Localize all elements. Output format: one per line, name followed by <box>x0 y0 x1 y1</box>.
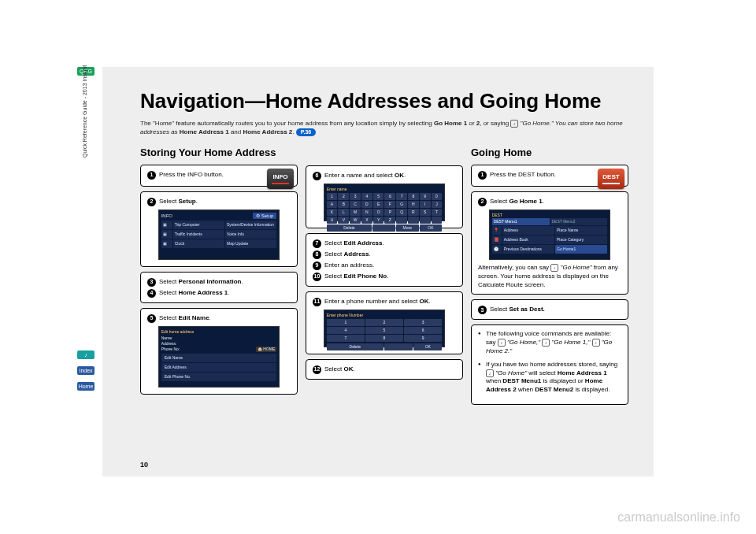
step5-text: Select Edit Name. <box>159 313 291 322</box>
step8-text: Select Address. <box>324 250 456 258</box>
heading-going-home: Going Home <box>471 146 628 158</box>
step-num-10: 10 <box>313 273 321 281</box>
step12-text: Select OK. <box>324 365 456 373</box>
column-going-home: Going Home 1Press the DEST button. DEST … <box>471 146 628 405</box>
box-step1: 1Press the INFO button. INFO <box>140 165 298 187</box>
box-step6: 6Enter a name and select OK. Enter name … <box>306 165 463 228</box>
column-storing: Storing Your Home Address 1Press the INF… <box>140 146 298 405</box>
voice-icon: ♪ <box>498 339 506 347</box>
gh-step3-text: Select Set as Dest. <box>490 305 621 313</box>
step4-text: Select Home Address 1. <box>159 288 291 297</box>
gh-step2-text: Select Go Home 1. <box>490 197 621 206</box>
box-step11: 11Enter a phone number and select OK. En… <box>306 291 463 354</box>
step6-text: Enter a name and select OK. <box>324 171 456 180</box>
tab-index[interactable]: Index <box>77 366 94 375</box>
screenshot-edit-home: Edit home address Name: Address: Phone N… <box>158 326 280 388</box>
box-step3-4: 3Select Personal Information. 4Select Ho… <box>140 272 298 303</box>
page-title: Navigation—Home Addresses and Going Home <box>140 89 628 113</box>
screenshot-dest-menu: DEST DEST Menu1DEST Menu2 📍AddressPlace … <box>489 210 611 260</box>
screenshot-enter-phone: Enter phone Number 123 456 789 DeleteOK <box>324 310 446 347</box>
column-middle: 6Enter a name and select OK. Enter name … <box>306 146 463 405</box>
step-num-6: 6 <box>313 172 321 180</box>
page-ref-pill[interactable]: P.36 <box>296 128 317 135</box>
tab-voice[interactable]: ♪ <box>77 350 94 359</box>
voice-icon: ♪ <box>486 369 494 377</box>
step-num-12: 12 <box>313 365 321 374</box>
watermark: carmanualsonline.info <box>617 510 740 525</box>
step-num-2: 2 <box>147 198 156 206</box>
step10-text: Select Edit Phone No. <box>324 272 456 280</box>
step3-text: Select Personal Information. <box>159 277 291 286</box>
step-num-3: 3 <box>147 278 156 287</box>
box-gh-step2: 2Select Go Home 1. DEST DEST Menu1DEST M… <box>471 191 628 295</box>
screenshot-enter-name: Enter name 1234567890 ABCDEFGHIJ KLMNOPQ… <box>324 184 446 221</box>
intro-text: The "Home" feature automatically routes … <box>140 120 628 137</box>
step-num-8: 8 <box>313 250 321 259</box>
step-num-4: 4 <box>147 289 156 298</box>
content-columns: Storing Your Home Address 1Press the INF… <box>140 146 628 405</box>
gh-bullet-2: If you have two home addresses stored, s… <box>478 361 621 395</box>
step-num-11: 11 <box>313 298 321 306</box>
tab-home[interactable]: Home <box>77 382 94 391</box>
box-gh-step3: 3Select Set as Dest. <box>471 299 628 320</box>
screenshot-info-menu: INFO⚙ Setup ▣Trip ComputerSystem/Device … <box>158 210 280 260</box>
step-num-9: 9 <box>313 261 321 270</box>
box-gh-step1: 1Press the DEST button. DEST <box>471 165 628 187</box>
box-step2: 2Select Setup. INFO⚙ Setup ▣Trip Compute… <box>140 191 298 267</box>
voice-icon: ♪ <box>510 120 518 128</box>
step11-text: Enter a phone number and select OK. <box>324 297 456 306</box>
gh-alt-text: Alternatively, you can say ♪ "Go Home" f… <box>478 263 621 290</box>
page-number: 10 <box>140 461 148 469</box>
step-num-7: 7 <box>313 239 321 248</box>
box-step7-10: 7Select Edit Address. 8Select Address. 9… <box>306 233 463 287</box>
step9-text: Enter an address. <box>324 261 456 269</box>
box-gh-notes: The following voice commands are availab… <box>471 324 628 405</box>
gh-step-num-3: 3 <box>478 306 487 314</box>
step-num-1: 1 <box>147 171 156 180</box>
gh-step-num-1: 1 <box>478 171 487 180</box>
box-step5: 5Select Edit Name. Edit home address Nam… <box>140 308 298 395</box>
box-step12: 12Select OK. <box>306 359 463 380</box>
gh-bullet-1: The following voice commands are availab… <box>478 330 621 356</box>
gh-step-num-2: 2 <box>478 198 487 206</box>
heading-storing: Storing Your Home Address <box>140 146 298 158</box>
guide-label: Quick Reference Guide - 2013 Insight <box>82 0 87 158</box>
manual-page: QRG ♪ Index Home Quick Reference Guide -… <box>102 67 654 477</box>
step2-text: Select Setup. <box>159 197 291 206</box>
dest-button-badge: DEST <box>598 169 624 189</box>
info-button-badge: INFO <box>267 169 294 189</box>
voice-icon: ♪ <box>550 264 558 272</box>
step7-text: Select Edit Address. <box>324 239 456 247</box>
step-num-5: 5 <box>147 314 156 323</box>
voice-icon: ♪ <box>592 339 600 347</box>
voice-icon: ♪ <box>542 339 550 347</box>
